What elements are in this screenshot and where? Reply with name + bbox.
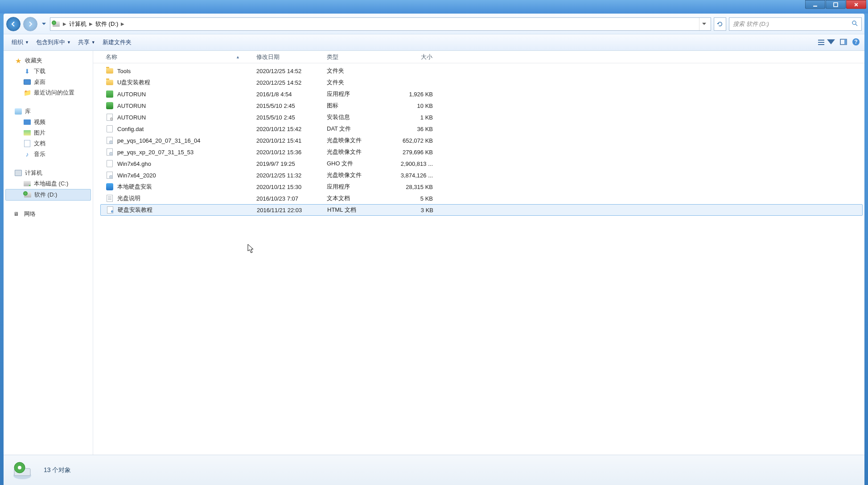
sidebar-computer-header[interactable]: 计算机 [4,168,93,178]
file-size: 3,874,126 ... [393,171,436,180]
table-row[interactable]: Win7x64.gho2019/9/7 19:25GHO 文件2,900,813… [93,158,864,169]
file-date: 2020/12/25 14:52 [253,67,323,75]
search-icon [852,20,858,28]
sidebar-item-recent[interactable]: 📁最近访问的位置 [4,87,93,98]
file-name: Config.dat [117,126,144,132]
sidebar-favorites-header[interactable]: ★收藏夹 [4,55,93,66]
file-size: 5 KB [393,194,436,203]
table-row[interactable]: Win7x64_20202020/12/25 11:32光盘映像文件3,874,… [93,169,864,181]
toolbar: 组织▼ 包含到库中▼ 共享▼ 新建文件夹 ? [4,34,864,51]
table-row[interactable]: 光盘说明2016/10/23 7:07文本文档5 KB [93,193,864,204]
back-button[interactable] [6,17,21,31]
sidebar-item-drive-c[interactable]: 本地磁盘 (C:) [4,178,93,189]
column-type[interactable]: 类型 [323,51,393,63]
sidebar-network-group: 网络 [4,209,93,219]
breadcrumb-root[interactable]: 计算机 [67,19,88,29]
status-text: 13 个对象 [44,466,71,474]
file-icon [106,78,114,86]
history-dropdown[interactable] [40,18,47,30]
drive-icon [24,191,32,199]
file-type: 文本文档 [323,193,393,203]
table-row[interactable]: pe_yqs_1064_20_07_31_16_042020/10/12 15:… [93,135,864,146]
sidebar-library-group: 库 视频 图片 文档 ♪音乐 [4,106,93,160]
sidebar-item-pictures[interactable]: 图片 [4,127,93,138]
maximize-button[interactable] [826,0,846,9]
sidebar-item-documents[interactable]: 文档 [4,138,93,149]
table-row[interactable]: Tools2020/12/25 14:52文件夹 [93,65,864,77]
file-size: 1,926 KB [393,90,436,99]
newfolder-button[interactable]: 新建文件夹 [99,37,135,48]
sort-asc-icon: ▲ [236,55,240,59]
file-date: 2020/12/25 11:32 [253,171,323,180]
file-size: 279,696 KB [393,148,436,156]
file-type: GHO 文件 [323,159,393,169]
file-name: 光盘说明 [117,194,140,202]
sidebar-item-downloads[interactable]: ⬇下载 [4,66,93,77]
sidebar-library-header[interactable]: 库 [4,106,93,117]
sidebar-computer-group: 计算机 本地磁盘 (C:) 软件 (D:) [4,168,93,201]
sidebar-network-header[interactable]: 网络 [4,209,93,219]
file-size [393,82,436,83]
file-date: 2016/11/21 22:03 [253,206,324,214]
file-type: 图标 [323,101,393,111]
chevron-right-icon[interactable]: ▶ [88,21,94,26]
sidebar-item-desktop[interactable]: 桌面 [4,77,93,87]
organize-menu[interactable]: 组织▼ [8,37,33,48]
refresh-button[interactable] [714,17,726,31]
chevron-right-icon[interactable]: ▶ [120,21,125,26]
file-date: 2020/10/12 15:42 [253,125,323,133]
file-type: 光盘映像文件 [323,136,393,145]
address-dropdown[interactable] [699,18,709,30]
computer-icon [14,169,22,177]
file-icon [106,113,114,121]
forward-button[interactable] [23,17,37,31]
file-name: Tools [117,68,131,74]
table-row[interactable]: AUTORUN2015/5/10 2:45图标10 KB [93,100,864,111]
table-row[interactable]: Config.dat2020/10/12 15:42DAT 文件36 KB [93,123,864,135]
breadcrumb-location[interactable]: 软件 (D:) [94,19,120,29]
svg-rect-3 [818,40,824,41]
view-mode-button[interactable] [817,38,835,46]
desktop-icon [23,78,31,86]
file-type: 文件夹 [323,66,393,76]
column-date[interactable]: 修改日期 [253,51,323,63]
sidebar-item-music[interactable]: ♪音乐 [4,149,93,160]
svg-point-13 [18,466,21,469]
svg-rect-4 [818,42,824,43]
help-button[interactable]: ? [852,38,860,47]
sidebar-item-drive-d[interactable]: 软件 (D:) [5,189,91,201]
network-icon [14,211,21,217]
search-placeholder: 搜索 软件 (D:) [733,20,769,28]
drive-large-icon [12,460,33,481]
table-row[interactable]: pe_yqs_xp_20_07_31_15_532020/10/12 15:36… [93,146,864,158]
svg-point-2 [852,21,856,25]
file-name: 本地硬盘安装 [117,183,152,191]
column-name[interactable]: 名称▲ [102,51,253,63]
document-icon [23,140,31,148]
minimize-button[interactable] [805,0,825,9]
chevron-right-icon[interactable]: ▶ [62,21,67,26]
share-menu[interactable]: 共享▼ [74,37,99,48]
library-icon [14,107,22,115]
address-bar[interactable]: ▶ 计算机 ▶ 软件 (D:) ▶ [50,17,711,31]
table-row[interactable]: 本地硬盘安装2020/10/12 15:30应用程序28,315 KB [93,181,864,193]
svg-rect-7 [844,39,847,45]
column-size[interactable]: 大小 [393,51,436,63]
file-type: 应用程序 [323,89,393,99]
body: ★收藏夹 ⬇下载 桌面 📁最近访问的位置 库 视频 图片 文档 ♪音乐 计算机 … [4,51,864,455]
close-button[interactable] [846,0,866,9]
file-date: 2020/12/25 14:52 [253,78,323,87]
file-date: 2019/9/7 19:25 [253,160,323,168]
table-row[interactable]: AUTORUN2015/5/10 2:45安装信息1 KB [93,111,864,123]
search-input[interactable]: 搜索 软件 (D:) [729,17,862,31]
file-icon [106,102,114,110]
table-row[interactable]: AUTORUN2016/1/8 4:54应用程序1,926 KB [93,88,864,100]
file-size: 3 KB [393,206,437,214]
table-row[interactable]: 硬盘安装教程2016/11/21 22:03HTML 文档3 KB [100,204,863,216]
file-size: 652,072 KB [393,136,436,145]
titlebar [0,0,868,13]
sidebar-item-videos[interactable]: 视频 [4,117,93,127]
preview-pane-button[interactable] [839,38,847,47]
table-row[interactable]: U盘安装教程2020/12/25 14:52文件夹 [93,77,864,88]
include-menu[interactable]: 包含到库中▼ [33,37,74,48]
